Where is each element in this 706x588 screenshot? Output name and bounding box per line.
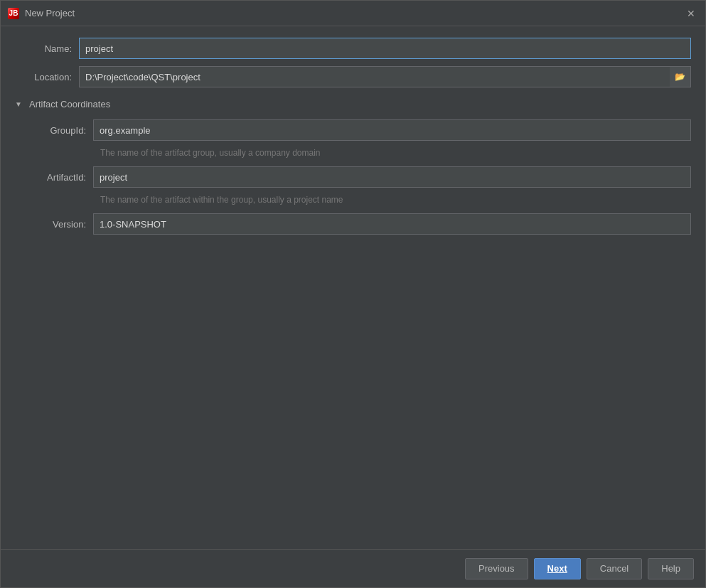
artifact-coordinates-title: Artifact Coordinates	[29, 99, 110, 109]
previous-button[interactable]: Previous	[465, 558, 528, 579]
folder-icon: 📂	[675, 72, 685, 82]
close-button[interactable]: ✕	[684, 6, 698, 21]
location-input[interactable]	[79, 66, 670, 87]
dialog-content: Name: Location: 📂 ▼ Artifact Coordinates…	[1, 26, 705, 549]
dialog-footer: Previous Next Cancel Help	[1, 549, 705, 587]
cancel-button[interactable]: Cancel	[587, 558, 642, 579]
location-row: Location: 📂	[15, 66, 691, 87]
artifact-id-input[interactable]	[93, 166, 691, 188]
name-input[interactable]	[79, 38, 691, 59]
location-input-group: 📂	[79, 66, 691, 87]
artifact-id-label: ArtifactId:	[36, 172, 86, 183]
artifact-coordinates-content: GroupId: The name of the artifact group,…	[15, 119, 691, 235]
version-label: Version:	[36, 219, 86, 230]
new-project-dialog: JB New Project ✕ Name: Location: 📂 ▼ Art…	[0, 0, 706, 588]
next-button[interactable]: Next	[534, 558, 581, 579]
group-id-input[interactable]	[93, 119, 691, 141]
title-bar: JB New Project ✕	[1, 1, 705, 26]
group-id-hint: The name of the artifact group, usually …	[36, 148, 691, 158]
name-row: Name:	[15, 38, 691, 59]
version-input[interactable]	[93, 213, 691, 235]
app-icon: JB	[8, 8, 19, 19]
dialog-title: New Project	[25, 8, 75, 18]
group-id-label: GroupId:	[36, 125, 86, 136]
artifact-id-hint: The name of the artifact within the grou…	[36, 195, 691, 205]
browse-folder-button[interactable]: 📂	[670, 66, 691, 87]
version-row: Version:	[36, 213, 691, 235]
name-label: Name:	[15, 43, 72, 54]
section-toggle-icon[interactable]: ▼	[15, 100, 25, 108]
artifact-id-row: ArtifactId:	[36, 166, 691, 188]
location-label: Location:	[15, 72, 72, 82]
title-bar-left: JB New Project	[8, 8, 75, 19]
group-id-row: GroupId:	[36, 119, 691, 141]
artifact-coordinates-section-header: ▼ Artifact Coordinates	[15, 99, 691, 109]
help-button[interactable]: Help	[648, 558, 694, 579]
